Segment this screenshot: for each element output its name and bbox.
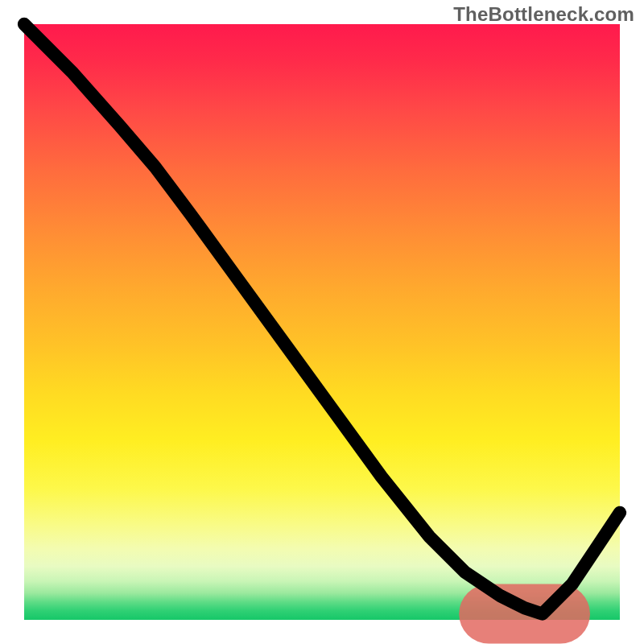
data-curve xyxy=(24,24,620,614)
watermark-label: TheBottleneck.com xyxy=(453,3,634,26)
chart-frame: TheBottleneck.com xyxy=(0,0,644,644)
plot-area xyxy=(24,24,620,620)
chart-svg xyxy=(24,24,620,620)
